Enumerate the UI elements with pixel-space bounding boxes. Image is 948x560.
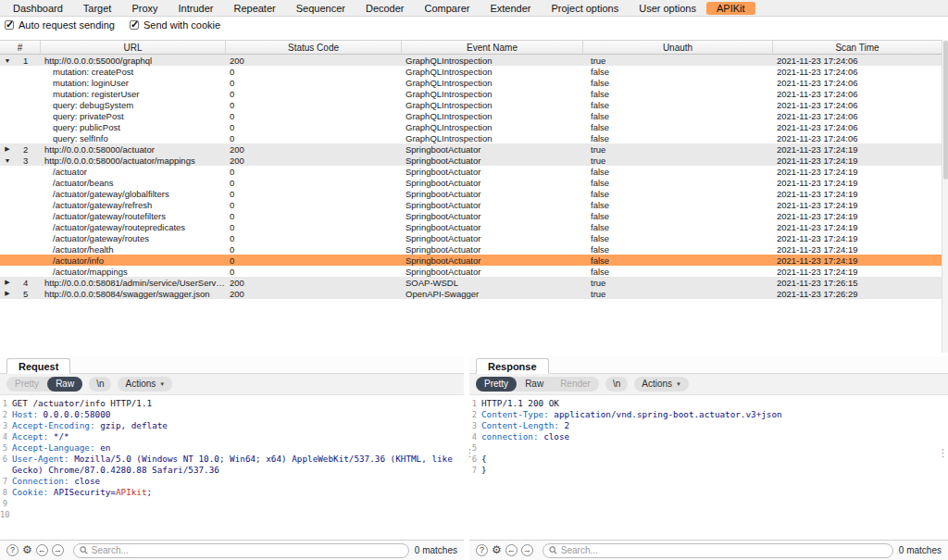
table-row[interactable]: /actuator/gateway/refresh0SpringbootActu… <box>0 199 942 210</box>
cell-status-code: 0 <box>226 178 402 188</box>
expander-icon[interactable]: ▶ <box>0 279 15 286</box>
code-token: Cookie: <box>12 487 48 497</box>
table-row[interactable]: query: privatePost0GraphQLIntrospectionf… <box>0 110 942 121</box>
help-icon[interactable]: ? <box>6 544 19 556</box>
view-pretty-button[interactable]: Pretty <box>476 377 517 392</box>
right-splitter-handle-icon[interactable]: ⋮ <box>938 447 948 459</box>
cell-url: query: privatePost <box>41 111 226 121</box>
cell-status-code: 0 <box>226 67 402 77</box>
column-header-url[interactable]: URL <box>41 41 226 54</box>
cell-url: /actuator/gateway/routefilters <box>41 211 226 221</box>
checkbox-icon[interactable] <box>5 20 14 30</box>
line-content: Content-Type: application/vnd.spring-boo… <box>481 409 948 420</box>
column-header-status-code[interactable]: Status Code <box>226 41 402 54</box>
gear-icon[interactable]: ⚙ <box>492 544 502 556</box>
table-row[interactable]: /actuator/mappings0SpringbootActuatorfal… <box>0 266 942 277</box>
menu-tab-comparer[interactable]: Comparer <box>415 2 480 15</box>
table-row[interactable]: /actuator0SpringbootActuatorfalse2021-11… <box>0 166 942 177</box>
table-row[interactable]: mutation: createPost0GraphQLIntrospectio… <box>0 66 942 77</box>
tab-request[interactable]: Request <box>6 358 70 374</box>
cell-status-code: 0 <box>226 89 402 99</box>
view-raw-button[interactable]: Raw <box>517 377 552 392</box>
code-line: 3Content-Length: 2 <box>469 420 948 431</box>
cell-url: /actuator/mappings <box>41 267 226 277</box>
view-raw-button[interactable]: Raw <box>47 377 82 392</box>
menu-tab-decoder[interactable]: Decoder <box>356 2 415 15</box>
search-input-wrapper <box>543 543 893 558</box>
cell-unauth: false <box>583 78 773 88</box>
table-row[interactable]: query: publicPost0GraphQLIntrospectionfa… <box>0 121 942 132</box>
menu-tab-dashboard[interactable]: Dashboard <box>3 2 73 15</box>
menu-tab-sequencer[interactable]: Sequencer <box>286 2 356 15</box>
checkbox-icon[interactable] <box>130 20 139 30</box>
line-number: 1 <box>0 398 12 409</box>
cell-scan-time: 2021-11-23 17:24:19 <box>773 222 942 232</box>
view-pretty-button: Pretty <box>6 377 47 392</box>
help-icon[interactable]: ? <box>476 544 488 556</box>
actions-button[interactable]: Actions▼ <box>634 377 689 392</box>
menu-tab-proxy[interactable]: Proxy <box>121 2 168 15</box>
menu-tab-target[interactable]: Target <box>73 2 122 15</box>
expander-icon[interactable]: ▼ <box>0 57 15 64</box>
table-row[interactable]: ▶2http://0.0.0.0:58000/actuator200Spring… <box>0 143 942 155</box>
table-row[interactable]: ▶5http://0.0.0.0:58084/swagger/swagger.j… <box>0 288 942 299</box>
prev-match-icon[interactable]: ← <box>505 544 518 556</box>
search-input[interactable] <box>92 545 403 555</box>
prev-match-icon[interactable]: ← <box>36 544 48 556</box>
table-row[interactable]: /actuator/beans0SpringbootActuatorfalse2… <box>0 177 942 188</box>
table-row[interactable]: mutation: registerUser0GraphQLIntrospect… <box>0 88 942 99</box>
cell-status-code: 0 <box>226 267 402 277</box>
option-send-with-cookie[interactable]: Send with cookie <box>130 19 220 31</box>
chevron-down-icon: ▼ <box>676 377 681 392</box>
menu-tab-user-options[interactable]: User options <box>629 2 706 15</box>
menu-tab-extender[interactable]: Extender <box>480 2 541 15</box>
code-token: HTTP/1.1 200 OK <box>481 398 559 408</box>
table-row[interactable]: /actuator/health0SpringbootActuatorfalse… <box>0 243 942 255</box>
splitter-handle-icon[interactable]: ⋮ <box>465 447 475 459</box>
actions-button[interactable]: Actions▼ <box>118 377 172 392</box>
code-token: close <box>69 476 101 486</box>
menu-tab-project-options[interactable]: Project options <box>541 2 629 15</box>
cell-unauth: false <box>583 178 773 188</box>
table-row[interactable]: /actuator/info0SpringbootActuatorfalse20… <box>0 255 942 266</box>
table-row[interactable]: /actuator/gateway/globalfilters0Springbo… <box>0 188 942 199</box>
next-match-icon[interactable]: → <box>52 544 64 556</box>
table-row[interactable]: mutation: loginUser0GraphQLIntrospection… <box>0 77 942 88</box>
response-editor[interactable]: 1HTTP/1.1 200 OK2Content-Type: applicati… <box>469 395 948 540</box>
cell-event-name: SpringbootActuator <box>402 167 583 177</box>
column-header-event-name[interactable]: Event Name <box>402 41 583 54</box>
table-row[interactable]: ▼1http://0.0.0.0:55000/graphql200GraphQL… <box>0 55 942 66</box>
column-header-scan-time[interactable]: Scan Time <box>773 41 942 54</box>
request-editor[interactable]: 1GET /actuator/info HTTP/1.12Host: 0.0.0… <box>0 395 464 540</box>
cell-url: /actuator/health <box>41 244 226 255</box>
newline-toggle-button[interactable]: \n <box>89 377 111 392</box>
option-auto-request-sending[interactable]: Auto request sending <box>5 19 115 31</box>
table-row[interactable]: ▶4http://0.0.0.0:58081/admin/service/Use… <box>0 277 942 288</box>
cell-url: /actuator/beans <box>41 178 226 188</box>
table-row[interactable]: query: selfInfo0GraphQLIntrospectionfals… <box>0 132 942 143</box>
cell-scan-time: 2021-11-23 17:24:06 <box>773 78 942 88</box>
cell-url: /actuator/gateway/refresh <box>41 200 226 210</box>
table-row[interactable]: /actuator/gateway/routes0SpringbootActua… <box>0 232 942 243</box>
column-header-unauth[interactable]: Unauth <box>583 41 773 54</box>
expander-icon[interactable]: ▶ <box>0 145 15 153</box>
tab-response[interactable]: Response <box>476 358 549 374</box>
column-header-num[interactable]: # <box>0 41 41 54</box>
panel-splitter[interactable]: ⋮ <box>464 356 469 560</box>
next-match-icon[interactable]: → <box>521 544 533 556</box>
menu-tab-intruder[interactable]: Intruder <box>168 2 224 15</box>
table-row[interactable]: query: debugSystem0GraphQLIntrospectionf… <box>0 99 942 110</box>
newline-toggle-button[interactable]: \n <box>605 377 628 392</box>
gear-icon[interactable]: ⚙ <box>22 544 32 556</box>
table-scrollbar[interactable] <box>942 40 948 353</box>
table-row[interactable]: /actuator/gateway/routefilters0Springboo… <box>0 210 942 221</box>
cell-scan-time: 2021-11-23 17:24:06 <box>773 133 942 143</box>
scrollbar-thumb[interactable] <box>943 41 948 180</box>
table-row[interactable]: ▼3http://0.0.0.0:58000/actuator/mappings… <box>0 155 942 166</box>
table-row[interactable]: /actuator/gateway/routepredicates0Spring… <box>0 221 942 232</box>
search-input[interactable] <box>561 545 887 555</box>
menu-tab-apikit[interactable]: APIKit <box>706 2 755 15</box>
menu-tab-repeater[interactable]: Repeater <box>223 2 285 15</box>
expander-icon[interactable]: ▼ <box>0 157 15 164</box>
expander-icon[interactable]: ▶ <box>0 290 15 297</box>
